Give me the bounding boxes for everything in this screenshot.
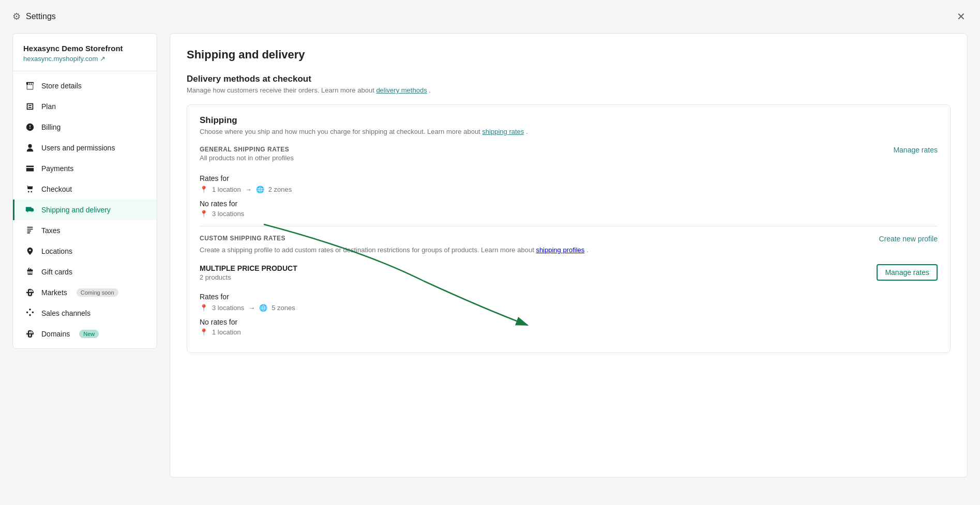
product-count: 2 products (200, 273, 297, 281)
product-name: MULTIPLE PRICE PRODUCT (200, 264, 297, 272)
arrow-icon: → (245, 186, 252, 193)
general-rates-header: GENERAL SHIPPING RATES All products not … (200, 146, 938, 170)
globe-icon (25, 287, 35, 298)
general-rates-for-row: Rates for 📍 1 location → 🌐 2 zones (200, 174, 938, 193)
app-window: ⚙ Settings ✕ Hexasync Demo Storefront he… (0, 0, 980, 505)
top-bar: ⚙ Settings ✕ (0, 0, 980, 33)
settings-icon: ⚙ (12, 11, 21, 22)
truck-icon (25, 205, 35, 215)
sidebar-item-users-permissions[interactable]: Users and permissions (13, 137, 157, 158)
user-icon (25, 143, 35, 153)
general-no-rates-row: No rates for 📍 3 locations (200, 200, 938, 218)
card-divider (200, 226, 938, 226)
checkout-icon (25, 184, 35, 194)
delivery-methods-title: Delivery methods at checkout (187, 74, 951, 84)
location-pin3-icon: 📍 (200, 304, 208, 312)
top-bar-title: Settings (26, 12, 56, 21)
rates-for-locations: 1 location (212, 186, 241, 193)
sidebar-item-label: Domains (41, 330, 70, 338)
globe2-icon (25, 329, 35, 339)
rates-for-detail: 📍 1 location → 🌐 2 zones (200, 186, 938, 193)
delivery-methods-section: Delivery methods at checkout Manage how … (187, 74, 951, 353)
general-rates-sublabel: All products not in other profiles (200, 154, 294, 162)
sidebar-header: Hexasync Demo Storefront hexasync.myshop… (13, 34, 157, 71)
custom-rates-for-label: Rates for (200, 293, 938, 301)
delivery-methods-link[interactable]: delivery methods (376, 86, 427, 94)
shipping-card-title: Shipping (200, 115, 938, 126)
sidebar-item-shipping-delivery[interactable]: Shipping and delivery (13, 200, 157, 220)
sidebar-item-gift-cards[interactable]: Gift cards (13, 262, 157, 282)
store-url-text: hexasync.myshopify.com (23, 55, 98, 63)
sidebar-item-label: Gift cards (41, 268, 72, 276)
plan-icon (25, 101, 35, 112)
external-link-icon: ↗ (100, 55, 105, 63)
shipping-desc-text: Choose where you ship and how much you c… (200, 128, 480, 135)
sidebar-item-billing[interactable]: Billing (13, 117, 157, 137)
page-title: Shipping and delivery (187, 48, 951, 62)
new-badge: New (79, 330, 99, 338)
location-pin-icon: 📍 (200, 186, 208, 193)
shipping-profiles-link[interactable]: shipping profiles (536, 246, 584, 254)
sidebar-nav: Store details Plan (13, 71, 157, 348)
custom-manage-rates-link[interactable]: Manage rates (877, 264, 938, 281)
custom-rates-header: CUSTOM SHIPPING RATES Create new profile (200, 235, 938, 243)
custom-rates-zones: 5 zones (272, 304, 295, 312)
sidebar-item-markets[interactable]: Markets Coming soon (13, 282, 157, 303)
general-rates-label: GENERAL SHIPPING RATES (200, 146, 294, 153)
product-profile-row: MULTIPLE PRICE PRODUCT 2 products Manage… (200, 264, 938, 336)
shipping-card-desc: Choose where you ship and how much you c… (200, 128, 938, 135)
sidebar-item-label: Checkout (41, 185, 72, 193)
sidebar-item-domains[interactable]: Domains New (13, 324, 157, 344)
sidebar-item-taxes[interactable]: Taxes (13, 220, 157, 241)
custom-rates-label: CUSTOM SHIPPING RATES (200, 235, 285, 242)
sidebar-item-label: Users and permissions (41, 144, 115, 152)
location-pin2-icon: 📍 (200, 210, 208, 218)
delivery-desc-end: . (429, 86, 431, 94)
delivery-methods-desc: Manage how customers receive their order… (187, 86, 951, 94)
gift-icon (25, 267, 35, 277)
location-icon (25, 246, 35, 256)
shipping-rates-link[interactable]: shipping rates (482, 128, 524, 135)
custom-no-rates-label: No rates for (200, 318, 938, 326)
shipping-desc-end: . (526, 128, 528, 135)
sidebar-item-label: Markets (41, 288, 67, 297)
sidebar-item-locations[interactable]: Locations (13, 241, 157, 262)
shipping-card: Shipping Choose where you ship and how m… (187, 104, 951, 353)
no-rates-detail: 📍 3 locations (200, 210, 938, 218)
store-name: Hexasync Demo Storefront (23, 44, 146, 53)
globe-rates-icon: 🌐 (256, 186, 264, 193)
custom-rates-for-detail: 📍 3 locations → 🌐 5 zones (200, 304, 938, 312)
top-bar-left: ⚙ Settings (12, 11, 56, 22)
custom-shipping-rates-section: CUSTOM SHIPPING RATES Create new profile… (200, 235, 938, 336)
rates-for-zones: 2 zones (268, 186, 292, 193)
billing-icon (25, 122, 35, 132)
custom-rates-for-row: Rates for 📍 3 locations → 🌐 5 zones (200, 293, 938, 312)
sidebar-item-checkout[interactable]: Checkout (13, 179, 157, 200)
coming-soon-badge: Coming soon (77, 288, 118, 297)
custom-rates-locations: 3 locations (212, 304, 244, 312)
sidebar-item-label: Payments (41, 164, 73, 173)
main-content: Shipping and delivery Delivery methods a… (170, 33, 968, 478)
sidebar-item-plan[interactable]: Plan (13, 96, 157, 117)
sidebar-item-sales-channels[interactable]: Sales channels (13, 303, 157, 324)
product-profile-header: MULTIPLE PRICE PRODUCT 2 products Manage… (200, 264, 938, 288)
payments-icon (25, 163, 35, 174)
globe-rates2-icon: 🌐 (259, 304, 267, 312)
no-rates-locations: 3 locations (212, 210, 244, 218)
general-manage-rates-link[interactable]: Manage rates (893, 146, 938, 154)
sales-icon (25, 308, 35, 318)
sidebar-item-label: Store details (41, 82, 82, 90)
sidebar-item-payments[interactable]: Payments (13, 158, 157, 179)
general-shipping-rates-section: GENERAL SHIPPING RATES All products not … (200, 146, 938, 218)
close-button[interactable]: ✕ (955, 8, 968, 25)
custom-no-rates-detail: 📍 1 location (200, 328, 938, 336)
sidebar-item-label: Shipping and delivery (41, 206, 111, 214)
sidebar-item-label: Taxes (41, 226, 61, 235)
create-profile-link[interactable]: Create new profile (879, 235, 938, 243)
store-url-link[interactable]: hexasync.myshopify.com ↗ (23, 55, 146, 63)
sidebar-item-label: Plan (41, 102, 56, 111)
sidebar: Hexasync Demo Storefront hexasync.myshop… (12, 33, 157, 349)
custom-desc-end: . (586, 246, 589, 254)
sidebar-item-store-details[interactable]: Store details (13, 75, 157, 96)
delivery-desc-text: Manage how customers receive their order… (187, 86, 374, 94)
